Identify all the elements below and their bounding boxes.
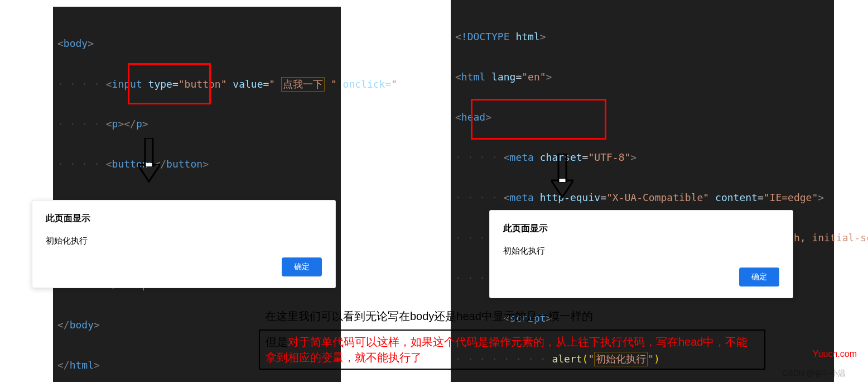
caption-text: 在这里我们可以看到无论写在body还是head中显示的是一模一样的 (265, 309, 593, 324)
watermark-site: Yuucn.com (813, 349, 857, 359)
watermark-credit: CSDN @奋斗小温 (782, 369, 846, 379)
alert-dialog-left: 此页面显示 初始化执行 确定 (32, 200, 336, 288)
svg-rect-0 (145, 138, 153, 166)
dialog-title: 此页面显示 (46, 213, 322, 225)
code-editor-right: <!DOCTYPE html> <html lang="en"> <head> … (451, 0, 834, 382)
svg-rect-2 (146, 163, 152, 166)
dialog-message: 初始化执行 (46, 236, 322, 246)
code-line: · · · · <p></p> (57, 117, 336, 131)
arrow-down-icon (138, 138, 160, 183)
code-line: · · · · <button></button> (57, 157, 336, 171)
dialog-message: 初始化执行 (503, 246, 779, 256)
warning-text: 对于简单代码可以这样，如果这个代码是操作元素的，从上往下执行代码，写在head中… (266, 336, 748, 364)
code-line: <head> (455, 111, 830, 124)
dialog-title: 此页面显示 (503, 223, 779, 235)
code-line: · · · · <input type="button" value=" 点我一… (57, 77, 336, 90)
code-line: · · · · <meta charset="UTF-8"> (455, 151, 830, 164)
code-line: <html lang="en"> (455, 70, 830, 84)
code-line: <!DOCTYPE html> (455, 30, 830, 44)
warning-prefix: 但是 (266, 336, 288, 348)
svg-rect-5 (560, 179, 566, 182)
code-line: <body> (57, 37, 336, 50)
ok-button[interactable]: 确定 (739, 268, 779, 286)
alert-dialog-right: 此页面显示 初始化执行 确定 (489, 210, 793, 298)
ok-button[interactable]: 确定 (282, 257, 322, 276)
arrow-down-icon (551, 154, 573, 198)
svg-marker-1 (138, 165, 160, 182)
svg-rect-3 (558, 154, 566, 182)
warning-box: 但是对于简单代码可以这样，如果这个代码是操作元素的，从上往下执行代码，写在hea… (259, 330, 765, 370)
code-editor-left: <body> · · · · <input type="button" valu… (53, 7, 341, 382)
code-line: · · · · <meta http-equiv="X-UA-Compatibl… (455, 191, 830, 204)
svg-marker-4 (551, 180, 573, 197)
